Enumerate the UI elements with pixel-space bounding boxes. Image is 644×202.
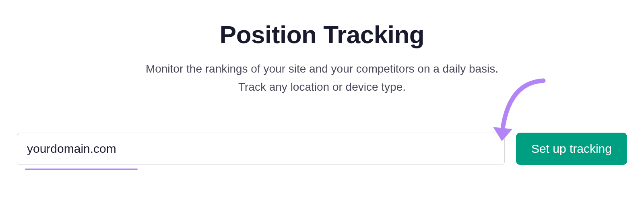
- subtitle-line-1: Monitor the rankings of your site and yo…: [146, 62, 498, 75]
- page-subtitle: Monitor the rankings of your site and yo…: [80, 60, 564, 96]
- subtitle-line-2: Track any location or device type.: [238, 81, 406, 93]
- setup-tracking-button[interactable]: Set up tracking: [516, 133, 627, 165]
- page-header: Position Tracking Monitor the rankings o…: [0, 20, 644, 96]
- annotation-underline: [25, 169, 138, 170]
- domain-input[interactable]: [17, 133, 505, 165]
- tracking-form: Set up tracking: [0, 133, 644, 165]
- page-title: Position Tracking: [0, 20, 644, 49]
